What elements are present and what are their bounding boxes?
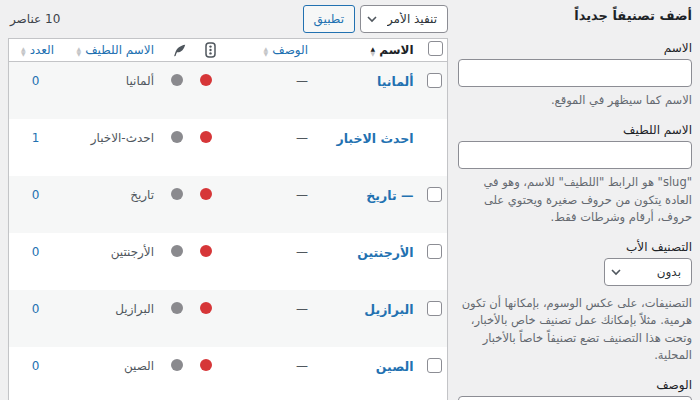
red-dot-icon: [200, 302, 212, 314]
category-name-link[interactable]: — تاريخ: [366, 188, 413, 203]
parent-category-select[interactable]: بدون: [604, 258, 692, 286]
sort-name-header[interactable]: الاسم▲▼: [367, 43, 414, 57]
category-slug: احدث-الاخبار: [91, 131, 154, 145]
category-slug: ألمانيا: [126, 74, 154, 88]
table-body: ألمانيا—ألمانيا0احدث الاخبار—احدث-الاخبا…: [9, 62, 448, 400]
category-count-link[interactable]: 0: [32, 302, 40, 316]
gray-dot-icon: [171, 131, 183, 143]
category-count-link[interactable]: 0: [32, 74, 40, 88]
category-count-link[interactable]: 0: [32, 188, 40, 202]
gray-dot-icon: [171, 359, 183, 371]
page: أضف تصنيفاً جديداً الاسم الاسم كما سيظهر…: [0, 0, 700, 400]
slug-header-label: الاسم اللطيف: [85, 43, 154, 57]
bulk-action-select[interactable]: تنفيذ الأمر: [360, 5, 448, 33]
category-description: —: [296, 359, 308, 373]
feather-icon: [172, 43, 187, 57]
category-name-link[interactable]: الأرجنتين: [357, 245, 413, 260]
slug-help: "slug" هو الرابط "اللطيف" للاسم، وهو في …: [458, 174, 692, 226]
items-count: 10 عناصر: [8, 12, 60, 26]
category-slug: تاريخ: [130, 188, 154, 202]
slug-label: الاسم اللطيف: [458, 123, 692, 137]
category-name-link[interactable]: احدث الاخبار: [336, 131, 413, 146]
category-description: —: [296, 131, 308, 145]
name-header-label: الاسم: [379, 43, 413, 57]
categories-list-area: تنفيذ الأمر تطبيق 10 عناصر: [8, 4, 448, 400]
description-header-label: الوصف: [272, 43, 308, 57]
slug-input[interactable]: [458, 141, 692, 169]
row-checkbox[interactable]: [427, 244, 442, 259]
red-dot-icon: [200, 359, 212, 371]
categories-table: الاسم▲▼ الوصف▲▼: [8, 38, 448, 400]
sort-count-header[interactable]: العدد▲▼: [17, 43, 54, 57]
red-dot-icon: [200, 131, 212, 143]
category-count-link[interactable]: 0: [32, 359, 40, 373]
description-label: الوصف: [458, 378, 692, 392]
select-all-checkbox[interactable]: [428, 41, 443, 56]
gray-dot-icon: [171, 74, 183, 86]
sort-description-header[interactable]: الوصف▲▼: [260, 43, 308, 57]
parent-category-help: التصنيفات، على عكس الوسوم، بإمكانها أن ت…: [458, 295, 692, 364]
table-header-row: الاسم▲▼ الوصف▲▼: [9, 39, 448, 62]
add-category-panel: أضف تصنيفاً جديداً الاسم الاسم كما سيظهر…: [458, 4, 692, 400]
row-checkbox[interactable]: [427, 73, 442, 88]
category-slug: البرازيل: [115, 302, 154, 316]
table-row: — تاريخ—تاريخ0: [9, 176, 448, 233]
gray-dot-icon: [171, 245, 183, 257]
row-checkbox[interactable]: [427, 358, 442, 373]
table-row: الأرجنتين—الأرجنتين0: [9, 233, 448, 290]
gray-dot-icon: [171, 302, 183, 314]
parent-category-label: التصنيف الأب: [458, 240, 692, 254]
category-count-link[interactable]: 1: [32, 131, 40, 145]
row-checkbox[interactable]: [427, 187, 442, 202]
apply-button[interactable]: تطبيق: [303, 5, 355, 33]
add-category-title: أضف تصنيفاً جديداً: [458, 8, 692, 23]
list-toolbar: تنفيذ الأمر تطبيق 10 عناصر: [8, 4, 448, 34]
sort-slug-header[interactable]: الاسم اللطيف▲▼: [73, 43, 155, 57]
category-slug: الأرجنتين: [111, 245, 154, 259]
red-dot-icon: [200, 74, 212, 86]
table-row: ألمانيا—ألمانيا0: [9, 62, 448, 119]
name-input[interactable]: [458, 59, 692, 87]
category-description: —: [296, 302, 308, 316]
description-textarea[interactable]: [458, 396, 692, 400]
traffic-light-icon: [205, 43, 216, 57]
table-row: البرازيل—البرازيل0: [9, 290, 448, 347]
name-help: الاسم كما سيظهر في الموقع.: [458, 92, 692, 109]
table-row: الصين—الصين0: [9, 347, 448, 400]
name-label: الاسم: [458, 41, 692, 55]
table-row: احدث الاخبار—احدث-الاخبار1: [9, 119, 448, 176]
category-description: —: [296, 188, 308, 202]
red-dot-icon: [200, 245, 212, 257]
red-dot-icon: [200, 188, 212, 200]
category-slug: الصين: [124, 359, 154, 373]
count-header-label: العدد: [30, 43, 54, 57]
category-description: —: [296, 245, 308, 259]
category-count-link[interactable]: 0: [32, 245, 40, 259]
category-name-link[interactable]: ألمانيا: [377, 74, 414, 89]
category-name-link[interactable]: الصين: [376, 359, 414, 374]
category-name-link[interactable]: البرازيل: [364, 302, 413, 317]
category-description: —: [296, 74, 308, 88]
row-checkbox[interactable]: [427, 301, 442, 316]
gray-dot-icon: [171, 188, 183, 200]
